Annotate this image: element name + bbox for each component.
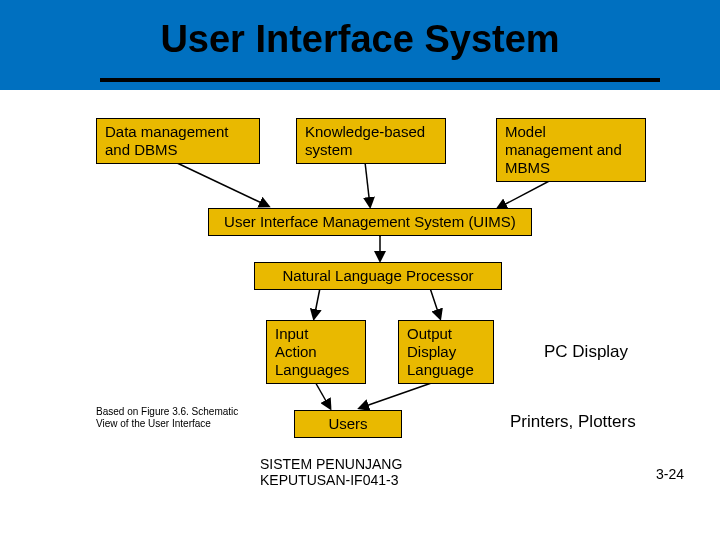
box-model-mgmt-label: Model management and MBMS [505,123,622,176]
footer-text: SISTEM PENUNJANG KEPUTUSAN-IF041-3 [260,456,480,488]
svg-line-6 [314,380,330,408]
box-nlp: Natural Language Processor [254,262,502,290]
box-knowledge: Knowledge-based system [296,118,446,164]
page-number: 3-24 [656,466,684,482]
box-data-mgmt: Data management and DBMS [96,118,260,164]
box-input-sub: Action Languages [275,343,357,379]
page-title: User Interface System [0,18,720,61]
title-underline [100,78,660,82]
title-banner: User Interface System [0,0,720,90]
figure-caption: Based on Figure 3.6. Schematic View of t… [96,406,256,430]
box-uims-label: User Interface Management System (UIMS) [224,213,516,230]
box-nlp-label: Natural Language Processor [283,267,474,284]
svg-line-2 [498,178,555,208]
diagram-stage: Data management and DBMS Knowledge-based… [0,90,720,540]
label-pc-display: PC Display [544,342,628,362]
box-uims: User Interface Management System (UIMS) [208,208,532,236]
box-input-title: Input [275,325,357,343]
box-output-title: Output [407,325,485,343]
box-data-mgmt-label: Data management and DBMS [105,123,228,158]
box-users: Users [294,410,402,438]
box-users-label: Users [328,415,367,432]
svg-line-7 [360,380,440,408]
box-knowledge-label: Knowledge-based system [305,123,425,158]
box-model-mgmt: Model management and MBMS [496,118,646,182]
box-input: Input Action Languages [266,320,366,384]
svg-line-0 [175,162,268,206]
svg-line-4 [314,288,320,318]
label-printers: Printers, Plotters [510,412,636,432]
box-output: Output Display Language [398,320,494,384]
box-output-sub: Display Language [407,343,485,379]
svg-line-1 [365,162,370,206]
svg-line-5 [430,288,440,318]
